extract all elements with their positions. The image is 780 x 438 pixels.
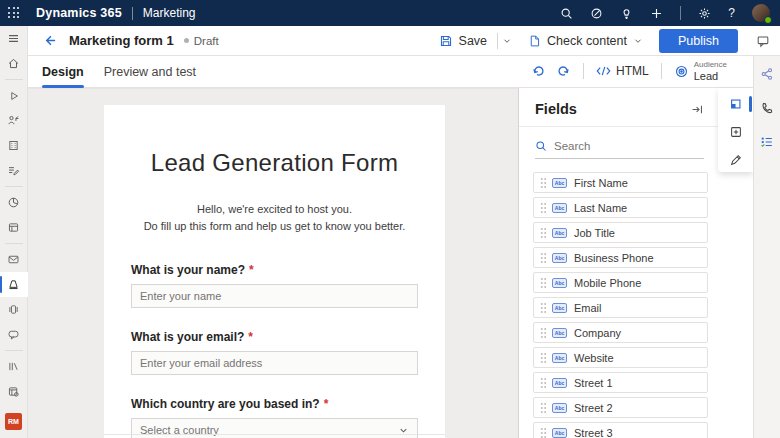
check-content-button[interactable]: Check content (522, 28, 649, 54)
templates-icon[interactable] (0, 215, 28, 240)
drag-handle-icon[interactable] (540, 402, 546, 414)
html-button[interactable]: HTML (596, 64, 649, 78)
rail-divider (5, 350, 23, 351)
drag-handle-icon[interactable] (540, 277, 546, 289)
get-started-icon[interactable] (0, 83, 28, 108)
text-field-type-icon: Abc (552, 353, 567, 363)
settings-gear-icon[interactable] (698, 7, 711, 20)
code-icon (596, 65, 611, 77)
drag-handle-icon[interactable] (540, 327, 546, 339)
tool-divider (661, 63, 662, 79)
form-field-email[interactable]: What is your email?* Enter your email ad… (131, 330, 418, 375)
panel-title: Fields (535, 101, 577, 117)
comment-icon[interactable] (756, 34, 770, 48)
status-badge: Draft (184, 35, 219, 47)
drag-handle-icon[interactable] (540, 252, 546, 264)
rail-divider (5, 243, 23, 244)
field-list-item[interactable]: Abc Last Name (533, 197, 708, 218)
lightbulb-icon[interactable] (620, 7, 633, 20)
help-icon[interactable]: ? (728, 6, 735, 20)
field-list-item[interactable]: Abc Company (533, 322, 708, 343)
search-input[interactable] (554, 140, 684, 152)
brand-title[interactable]: Dynamics 365 (36, 6, 122, 20)
form-field-name[interactable]: What is your name?* Enter your name (131, 263, 418, 308)
tab-preview-and-test[interactable]: Preview and test (104, 56, 196, 88)
status-dot (184, 38, 189, 43)
customer-journeys-icon[interactable] (0, 108, 28, 133)
save-button[interactable]: Save (433, 28, 494, 54)
undo-icon[interactable] (531, 64, 545, 78)
drag-handle-icon[interactable] (540, 302, 546, 314)
drag-handle-icon[interactable] (540, 352, 546, 364)
drag-handle-icon[interactable] (540, 177, 546, 189)
document-icon (528, 34, 541, 48)
fields-list: Abc First Name Abc Last Name Abc Job Tit… (519, 172, 718, 438)
rail-divider (5, 186, 23, 187)
field-list-item[interactable]: Abc Mobile Phone (533, 272, 708, 293)
email-text-input[interactable]: Enter your email address (131, 351, 418, 375)
publish-button[interactable]: Publish (659, 29, 738, 53)
chat-icon[interactable] (0, 322, 28, 347)
save-floppy-icon (439, 34, 453, 48)
brand-divider (132, 7, 133, 20)
text-field-type-icon: Abc (552, 328, 567, 338)
field-list-item[interactable]: Abc Street 3 (533, 422, 708, 438)
task-checklist-icon[interactable] (755, 132, 779, 152)
hamburger-menu-icon[interactable] (0, 26, 28, 51)
drag-handle-icon[interactable] (540, 227, 546, 239)
app-area-name[interactable]: Marketing (143, 6, 196, 20)
flow-share-icon[interactable] (755, 64, 779, 84)
plus-icon[interactable] (650, 7, 663, 20)
user-avatar[interactable] (752, 4, 770, 22)
topbar-divider (680, 6, 681, 20)
required-asterisk: * (248, 330, 253, 344)
field-list-item[interactable]: Abc Website (533, 347, 708, 368)
text-field-type-icon: Abc (552, 403, 567, 413)
search-icon (535, 140, 547, 152)
marketing-forms-icon-selected[interactable] (0, 272, 28, 297)
content-list-icon[interactable] (0, 158, 28, 183)
design-canvas: Lead Generation Form Hello, we're excite… (28, 88, 518, 438)
environment-badge[interactable]: RM (5, 413, 22, 430)
fields-search[interactable] (535, 140, 704, 159)
drag-handle-icon[interactable] (540, 377, 546, 389)
text-field-type-icon: Abc (552, 228, 567, 238)
form-heading[interactable]: Lead Generation Form (104, 149, 445, 177)
email-icon[interactable] (0, 247, 28, 272)
field-list-item[interactable]: Abc First Name (533, 172, 708, 193)
tab-design[interactable]: Design (42, 56, 84, 88)
country-select[interactable]: Select a country (131, 418, 418, 438)
drag-handle-icon[interactable] (540, 202, 546, 214)
field-list-item[interactable]: Abc Job Title (533, 222, 708, 243)
elements-tab-icon[interactable] (721, 92, 751, 116)
home-icon[interactable] (0, 51, 28, 76)
form-field-country[interactable]: Which country are you based in?* Select … (131, 397, 418, 438)
add-element-tab-icon[interactable] (721, 120, 751, 144)
mobile-channel-icon[interactable] (0, 297, 28, 322)
phone-call-icon[interactable] (755, 98, 779, 118)
redo-icon[interactable] (557, 64, 571, 78)
app-launcher-waffle-icon[interactable] (0, 0, 28, 26)
segments-icon[interactable] (0, 133, 28, 158)
site-map-rail: RM (0, 26, 28, 438)
audience-button[interactable]: Audience Lead (674, 61, 727, 82)
form-page[interactable]: Lead Generation Form Hello, we're excite… (104, 105, 445, 438)
productivity-rail (753, 56, 780, 438)
drag-handle-icon[interactable] (540, 427, 546, 438)
library-icon[interactable] (0, 354, 28, 379)
field-list-item[interactable]: Abc Street 1 (533, 372, 708, 393)
collapse-panel-icon[interactable] (690, 103, 704, 116)
field-list-item[interactable]: Abc Street 2 (533, 397, 708, 418)
name-text-input[interactable]: Enter your name (131, 284, 418, 308)
field-list-item[interactable]: Abc Email (533, 297, 708, 318)
theme-design-tab-icon[interactable] (721, 148, 751, 172)
back-arrow-icon[interactable] (42, 33, 57, 48)
search-icon[interactable] (560, 7, 573, 20)
save-chevron-down-icon[interactable] (502, 36, 512, 46)
split-button-divider (497, 33, 498, 49)
analytics-icon[interactable] (0, 190, 28, 215)
field-list-item[interactable]: Abc Business Phone (533, 247, 708, 268)
form-intro-text[interactable]: Hello, we're excited to host you. Do fil… (104, 201, 445, 235)
settings-catalog-icon[interactable] (0, 379, 28, 404)
compass-icon[interactable] (590, 7, 603, 20)
